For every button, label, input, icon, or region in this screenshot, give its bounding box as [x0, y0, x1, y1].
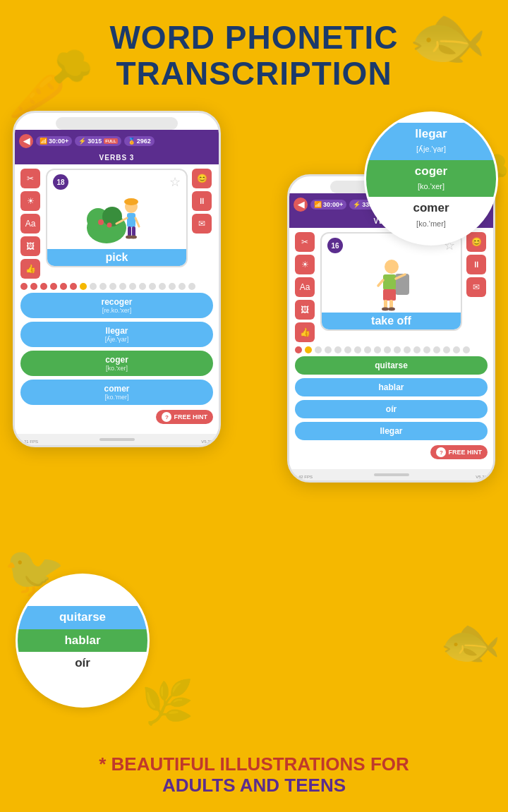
back-button-left[interactable]: ◀ — [19, 134, 33, 148]
answer-btn-1-right[interactable]: hablar — [295, 378, 488, 396]
timer-left: 📶 30:00+ — [36, 136, 72, 146]
flashcard-area-right: ✂ ☀ Aa 🖼 👍 16 ☆ — [295, 232, 488, 342]
flashcard-area-left: ✂ ☀ Aa 🖼 👍 18 ☆ — [20, 169, 213, 279]
hint-icon-left: ? — [162, 412, 171, 422]
svg-point-15 — [385, 260, 399, 274]
image-icon[interactable]: 🖼 — [20, 236, 40, 256]
wifi-icon-right: 📶 — [314, 201, 322, 208]
bubble-item-2-right: comer [ko.'mer] — [366, 197, 496, 234]
svg-point-3 — [98, 219, 104, 225]
emoji-icon[interactable]: 😊 — [192, 169, 212, 188]
card-word-left: pick — [47, 249, 186, 266]
sun-icon[interactable]: ☀ — [20, 191, 40, 211]
version-label-right: V5.29.2 — [476, 475, 490, 479]
progress-dots-right — [295, 346, 488, 353]
pause-icon[interactable]: ⏸ — [192, 191, 212, 211]
svg-rect-19 — [384, 300, 387, 308]
image-icon-right[interactable]: 🖼 — [295, 300, 315, 320]
medal-icon-left: 🏅 — [128, 138, 135, 145]
svg-line-12 — [135, 218, 139, 226]
card-number-right: 16 — [327, 238, 343, 253]
answer-btn-0-left[interactable]: recoger [re.ko.'xer] — [20, 293, 213, 318]
bubble-left: quitarse hablar oír — [16, 574, 150, 708]
text-icon-right[interactable]: Aa — [295, 277, 315, 297]
bubble-circle-left: quitarse hablar oír — [16, 574, 150, 708]
svg-rect-20 — [389, 300, 393, 308]
bubble-item-0-right: llegar [ʎje.'γar] — [366, 123, 496, 160]
scissors-icon-right[interactable]: ✂ — [295, 232, 315, 252]
hint-button-left[interactable]: ? FREE HINT — [156, 410, 213, 424]
mail-icon[interactable]: ✉ — [192, 214, 212, 234]
text-icon[interactable]: Aa — [20, 214, 40, 234]
phone-notch-left — [56, 117, 178, 130]
left-side-icons: ✂ ☀ Aa 🖼 👍 — [20, 169, 42, 279]
hint-label-right: FREE HINT — [448, 449, 482, 456]
thumb-icon[interactable]: 👍 — [20, 259, 40, 279]
answer-btn-3-right[interactable]: llegar — [295, 422, 488, 440]
home-bar-rect-left — [99, 438, 135, 441]
timer-right: 📶 30:00+ — [310, 200, 346, 210]
phone-content-left: ✂ ☀ Aa 🖼 👍 18 ☆ — [15, 164, 219, 431]
answer-btn-2-right[interactable]: oír — [295, 400, 488, 418]
answer-btn-2-left[interactable]: coger [ko.'xer] — [20, 351, 213, 376]
status-bar-left: ◀ 📶 30:00+ ⚡ 3015 FULL 🏅 2962 — [15, 130, 219, 152]
version-label-left: V5.29.2 — [201, 440, 216, 444]
bubble-circle-right: llegar [ʎje.'γar] coger [ko.'xer] comer … — [364, 111, 498, 246]
medal-left: 🏅 2962 — [124, 136, 155, 146]
card-word-right: take off — [322, 313, 461, 329]
bubble-item-1-left: hablar — [18, 629, 147, 652]
svg-rect-7 — [126, 200, 136, 203]
home-bar-left — [15, 434, 219, 445]
svg-rect-17 — [383, 274, 396, 290]
svg-point-4 — [107, 223, 111, 228]
left-side-icons-right: ✂ ☀ Aa 🖼 👍 — [295, 232, 316, 342]
lightning-icon-right: ⚡ — [353, 201, 361, 208]
flashcard-left: 18 ☆ — [46, 169, 188, 267]
footer-text: * BEAUTIFUL ILLUSTRATIONS FOR ADULTS AND… — [0, 754, 508, 796]
illustration-left — [85, 186, 149, 249]
illustration-right — [360, 249, 423, 313]
footer-line2: ADULTS AND TEENS — [14, 775, 494, 796]
flashcard-right: 16 ☆ — [320, 232, 462, 331]
answer-btn-3-left[interactable]: comer [ko.'mer] — [20, 380, 213, 405]
full-badge-left: FULL — [104, 138, 117, 144]
svg-point-14 — [130, 236, 137, 239]
thumb-icon-right[interactable]: 👍 — [295, 322, 315, 342]
home-bar-right — [289, 469, 493, 480]
phone-left: ◀ 📶 30:00+ ⚡ 3015 FULL 🏅 2962 VERBS 3 ✂ — [13, 111, 221, 447]
hint-button-right[interactable]: ? FREE HINT — [430, 445, 488, 459]
header-title: WORD PHONETIC TRANSCRIPTION — [0, 0, 508, 98]
fps-label-right: V5.42 FPS — [292, 475, 313, 479]
hint-bar-left: ? FREE HINT — [20, 408, 213, 427]
svg-rect-9 — [128, 226, 131, 236]
svg-rect-18 — [383, 289, 396, 301]
section-label-left: VERBS 3 — [15, 152, 219, 164]
lightning-icon: ⚡ — [78, 138, 86, 145]
svg-rect-10 — [132, 226, 135, 236]
footer-line1: * BEAUTIFUL ILLUSTRATIONS FOR — [14, 754, 494, 775]
mail-icon-right[interactable]: ✉ — [466, 277, 486, 297]
answer-btn-1-left[interactable]: llegar [ʎje.'γar] — [20, 322, 213, 347]
hint-bar-right: ? FREE HINT — [295, 444, 488, 462]
bubble-item-1-right: coger [ko.'xer] — [366, 160, 496, 198]
answer-btn-0-right[interactable]: quitarse — [295, 356, 488, 375]
sun-icon-right[interactable]: ☀ — [295, 255, 315, 274]
hint-icon-right: ? — [436, 447, 446, 457]
card-star-left: ☆ — [169, 174, 181, 190]
score-left: ⚡ 3015 FULL — [75, 136, 121, 146]
hint-label-left: FREE HINT — [174, 413, 207, 420]
bubble-item-2-left: oír — [18, 652, 147, 674]
bubble-right: llegar [ʎje.'γar] coger [ko.'xer] comer … — [364, 111, 498, 246]
svg-point-23 — [382, 308, 389, 311]
back-button-right[interactable]: ◀ — [294, 198, 308, 212]
fps-label-left: V5.21 FPS — [18, 440, 38, 444]
bubble-item-0-left: quitarse — [18, 606, 147, 629]
phone-content-right: ✂ ☀ Aa 🖼 👍 16 ☆ — [289, 228, 493, 466]
progress-dots-left — [20, 283, 213, 290]
card-number-left: 18 — [53, 174, 68, 190]
right-side-icons: 😊 ⏸ ✉ — [192, 169, 213, 279]
pause-icon-right[interactable]: ⏸ — [466, 255, 486, 274]
svg-line-22 — [378, 280, 383, 286]
wifi-icon: 📶 — [40, 138, 47, 145]
scissors-icon[interactable]: ✂ — [20, 169, 40, 188]
